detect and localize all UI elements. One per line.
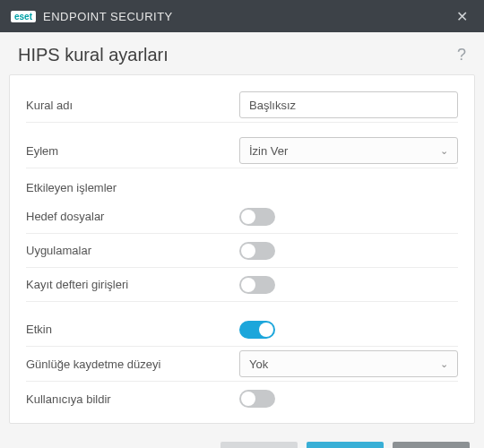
row-target-files: Hedef dosyalar [26,200,458,234]
target-files-toggle[interactable] [239,208,275,226]
close-icon[interactable]: ✕ [451,4,473,29]
page-header: HIPS kural ayarları ? [0,32,484,74]
next-button[interactable]: Sonraki [307,442,384,448]
enabled-label: Etkin [26,323,239,336]
applications-label: Uygulamalar [26,244,239,257]
registry-entries-label: Kayıt defteri girişleri [26,278,239,291]
registry-entries-toggle[interactable] [239,276,275,294]
enabled-toggle[interactable] [239,321,275,339]
page-title: HIPS kural ayarları [18,45,169,65]
brand-logo: eset [11,11,36,22]
row-enabled: Etkin [26,313,458,347]
row-applications: Uygulamalar [26,234,458,268]
chevron-down-icon: ⌄ [440,145,448,157]
affecting-ops-label: Etkileyen işlemler [26,168,458,200]
titlebar: eset ENDPOINT SECURITY ✕ [0,0,484,32]
applications-toggle[interactable] [239,242,275,260]
log-level-label: Günlüğe kaydetme düzeyi [26,358,239,371]
rule-name-label: Kural adı [26,99,239,112]
rule-name-input[interactable] [239,91,458,118]
brand-text: ENDPOINT SECURITY [43,10,173,23]
notify-user-label: Kullanıcıya bildir [26,392,239,406]
chevron-down-icon: ⌄ [440,358,448,370]
back-button: Geri [220,442,298,448]
brand: eset ENDPOINT SECURITY [11,10,173,23]
row-action: Eylem İzin Ver ⌄ [26,134,458,168]
row-registry-entries: Kayıt defteri girişleri [26,268,458,302]
row-log-level: Günlüğe kaydetme düzeyi Yok ⌄ [26,347,458,382]
target-files-label: Hedef dosyalar [26,210,239,223]
action-select[interactable]: İzin Ver ⌄ [239,137,458,164]
log-level-selected: Yok [249,358,268,371]
help-icon[interactable]: ? [457,46,466,65]
action-selected: İzin Ver [249,144,288,158]
cancel-button[interactable]: İptal [393,442,470,448]
row-notify-user: Kullanıcıya bildir [26,382,458,416]
notify-user-toggle[interactable] [239,390,275,408]
log-level-select[interactable]: Yok ⌄ [239,350,458,377]
action-label: Eylem [26,144,239,158]
footer: Geri Sonraki İptal [0,433,484,448]
settings-panel: Kural adı Eylem İzin Ver ⌄ Etkileyen işl… [9,74,475,424]
row-rule-name: Kural adı [26,88,458,123]
